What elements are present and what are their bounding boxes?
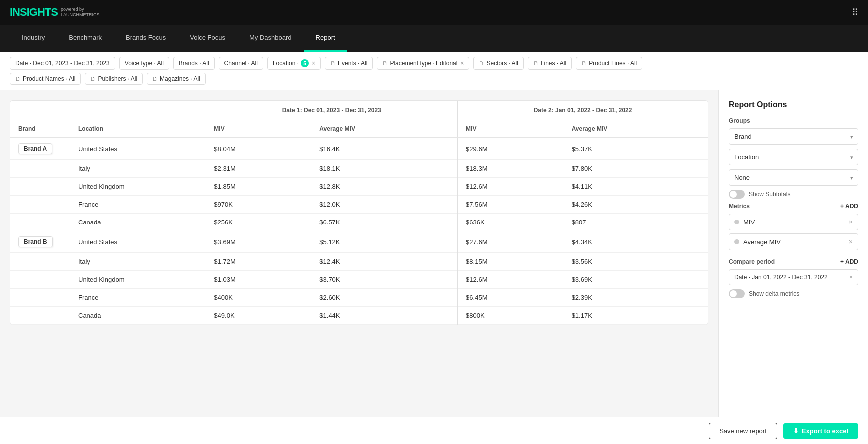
metric-avg-miv-label: Average MIV bbox=[743, 238, 781, 246]
main-area: Date 1: Dec 01, 2023 - Dec 31, 2023 Date… bbox=[0, 90, 868, 424]
filter-publishers[interactable]: 🗋 Publishers · All bbox=[85, 73, 143, 85]
table-row: Canada$256K$6.57K$636K$807 bbox=[10, 214, 708, 231]
col-miv2-header: MIV bbox=[457, 120, 564, 138]
filter-sectors[interactable]: 🗋 Sectors · All bbox=[473, 57, 523, 70]
filter-publishers-label: Publishers · All bbox=[98, 75, 137, 82]
show-delta-label: Show delta metrics bbox=[749, 290, 799, 297]
filter-row-1: Date · Dec 01, 2023 - Dec 31, 2023 Voice… bbox=[10, 57, 858, 70]
metrics-add-button[interactable]: + ADD bbox=[840, 203, 858, 210]
location-cell: Italy bbox=[70, 160, 206, 178]
nav-item-industry[interactable]: Industry bbox=[10, 25, 57, 52]
export-to-excel-button[interactable]: ⬇ Export to excel bbox=[783, 423, 858, 424]
group2-select-wrapper: Location ▾ bbox=[729, 149, 858, 165]
compare-date-close-icon[interactable]: × bbox=[849, 274, 853, 281]
metric-miv-close-icon[interactable]: × bbox=[849, 218, 853, 226]
brand-cell: Brand A bbox=[10, 138, 70, 160]
miv2-cell: $27.6M bbox=[457, 231, 564, 253]
filter-date[interactable]: Date · Dec 01, 2023 - Dec 31, 2023 bbox=[10, 57, 115, 70]
avg-miv2-cell: $3.56K bbox=[564, 253, 708, 271]
filter-product-lines[interactable]: 🗋 Product Lines · All bbox=[576, 57, 642, 70]
brand-cell bbox=[10, 196, 70, 214]
avg-miv2-cell: $807 bbox=[564, 214, 708, 231]
product-lines-doc-icon: 🗋 bbox=[581, 60, 587, 66]
col-brand-header: Brand bbox=[10, 120, 70, 138]
filter-events[interactable]: 🗋 Events · All bbox=[325, 57, 373, 70]
miv1-cell: $49.0K bbox=[206, 307, 311, 325]
nav-item-brands-focus[interactable]: Brands Focus bbox=[114, 25, 178, 52]
avg-miv1-cell: $12.8K bbox=[311, 178, 457, 196]
group2-select[interactable]: Location bbox=[729, 149, 858, 165]
table-row: Canada$49.0K$1.44K$800K$1.17K bbox=[10, 307, 708, 325]
metric-miv-dot bbox=[734, 220, 739, 224]
avg-miv1-cell: $1.44K bbox=[311, 307, 457, 325]
metric-miv-label: MIV bbox=[743, 219, 755, 226]
avg-miv1-cell: $12.4K bbox=[311, 253, 457, 271]
location-cell: United Kingdom bbox=[70, 178, 206, 196]
brand-cell bbox=[10, 160, 70, 178]
filter-events-label: Events · All bbox=[338, 60, 367, 67]
table-card: Date 1: Dec 01, 2023 - Dec 31, 2023 Date… bbox=[10, 100, 708, 325]
avg-miv1-cell: $5.12K bbox=[311, 231, 457, 253]
filter-placement-type[interactable]: 🗋 Placement type · Editorial × bbox=[377, 57, 469, 70]
nav-menu: Industry Benchmark Brands Focus Voice Fo… bbox=[0, 25, 868, 52]
placement-close-icon[interactable]: × bbox=[460, 60, 464, 67]
avg-miv2-cell: $4.11K bbox=[564, 178, 708, 196]
show-subtotals-toggle[interactable] bbox=[729, 190, 745, 199]
nav-item-my-dashboard[interactable]: My Dashboard bbox=[237, 25, 304, 52]
col-avgmiv1-header: Average MIV bbox=[311, 120, 457, 138]
location-cell: United Kingdom bbox=[70, 271, 206, 289]
table-row: Italy$2.31M$18.1K$18.3M$7.80K bbox=[10, 160, 708, 178]
col-avgmiv2-header: Average MIV bbox=[564, 120, 708, 138]
magazines-doc-icon: 🗋 bbox=[152, 76, 158, 82]
miv2-cell: $18.3M bbox=[457, 160, 564, 178]
miv2-cell: $12.6M bbox=[457, 178, 564, 196]
filter-lines-label: Lines · All bbox=[541, 60, 566, 67]
miv1-cell: $2.31M bbox=[206, 160, 311, 178]
nav-item-voice-focus[interactable]: Voice Focus bbox=[178, 25, 237, 52]
report-options-title: Report Options bbox=[729, 100, 858, 109]
compare-period-add-button[interactable]: + ADD bbox=[840, 258, 858, 265]
col-miv1-header: MIV bbox=[206, 120, 311, 138]
metric-miv-left: MIV bbox=[734, 219, 755, 226]
group3-select[interactable]: None bbox=[729, 169, 858, 186]
table-row: United Kingdom$1.85M$12.8K$12.6M$4.11K bbox=[10, 178, 708, 196]
logo-subtitle: powered byLAUNCHMETRICS bbox=[61, 7, 100, 18]
group1-select[interactable]: Brand bbox=[729, 128, 858, 145]
metric-miv-row: MIV × bbox=[729, 214, 858, 230]
filter-brands[interactable]: Brands · All bbox=[173, 57, 215, 70]
location-close-icon[interactable]: × bbox=[312, 60, 315, 67]
compare-date-chip: Date · Jan 01, 2022 - Dec 31, 2022 × bbox=[729, 269, 858, 285]
brand-cell bbox=[10, 178, 70, 196]
brand-label: Brand A bbox=[18, 143, 52, 154]
miv2-cell: $636K bbox=[457, 214, 564, 231]
filter-voice-type[interactable]: Voice type · All bbox=[119, 57, 169, 70]
filter-location[interactable]: Location · 5 × bbox=[267, 57, 321, 70]
table-body: Brand AUnited States$8.04M$16.4K$29.6M$5… bbox=[10, 138, 708, 325]
miv1-cell: $400K bbox=[206, 289, 311, 307]
miv1-cell: $1.72M bbox=[206, 253, 311, 271]
filter-lines[interactable]: 🗋 Lines · All bbox=[528, 57, 572, 70]
show-delta-toggle[interactable] bbox=[729, 289, 745, 298]
metric-avg-miv-close-icon[interactable]: × bbox=[849, 238, 853, 246]
filter-brands-label: Brands · All bbox=[179, 60, 209, 67]
avg-miv1-cell: $18.1K bbox=[311, 160, 457, 178]
metrics-section-header: Metrics + ADD bbox=[729, 203, 858, 210]
right-panel: Report Options Groups Brand ▾ Location ▾… bbox=[718, 90, 868, 424]
location-cell: United States bbox=[70, 231, 206, 253]
miv1-cell: $1.85M bbox=[206, 178, 311, 196]
filter-channel[interactable]: Channel · All bbox=[219, 57, 263, 70]
filter-voice-type-label: Voice type · All bbox=[125, 60, 164, 67]
avg-miv2-cell: $7.80K bbox=[564, 160, 708, 178]
filters-bar: Date · Dec 01, 2023 - Dec 31, 2023 Voice… bbox=[0, 52, 868, 90]
col-header-row: Brand Location MIV Average MIV MIV Avera… bbox=[10, 120, 708, 138]
nav-item-report[interactable]: Report bbox=[304, 25, 347, 52]
save-new-report-button[interactable]: Save new report bbox=[709, 423, 777, 424]
top-bar: INSIGHTS powered byLAUNCHMETRICS ⠿ bbox=[0, 0, 868, 25]
filter-magazines[interactable]: 🗋 Magazines · All bbox=[147, 73, 206, 85]
nav-item-benchmark[interactable]: Benchmark bbox=[57, 25, 114, 52]
grid-icon[interactable]: ⠿ bbox=[852, 7, 858, 18]
publishers-doc-icon: 🗋 bbox=[90, 76, 96, 82]
miv1-cell: $970K bbox=[206, 196, 311, 214]
avg-miv2-cell: $4.34K bbox=[564, 231, 708, 253]
filter-product-names[interactable]: 🗋 Product Names · All bbox=[10, 73, 81, 85]
